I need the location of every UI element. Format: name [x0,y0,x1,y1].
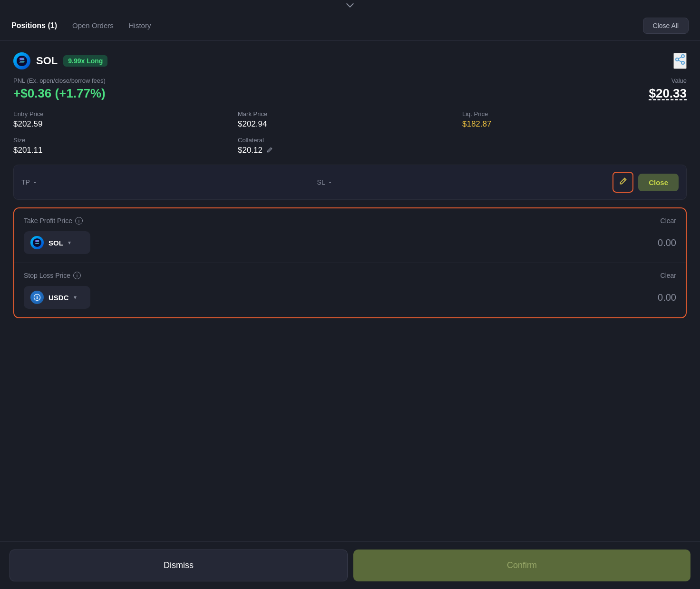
svg-line-4 [679,60,682,62]
position-header: SOL 9.99x Long [13,52,687,69]
stop-loss-token-name: USDC [49,294,69,302]
positions-title: Positions (1) [11,21,57,30]
svg-point-3 [681,61,684,64]
collateral-edit-icon[interactable] [266,147,273,155]
sl-section: SL - [317,178,613,186]
share-button[interactable] [673,53,687,69]
sl-label: SL [317,178,325,186]
main-content: SOL 9.99x Long PNL (Ex. open/close/borro… [0,41,700,541]
tp-label: TP [21,178,30,186]
stop-loss-title: Stop Loss Price i [24,272,81,279]
entry-price-value: $202.59 [13,119,238,129]
svg-point-1 [681,55,684,58]
bottom-buttons: Dismiss Confirm [0,541,700,589]
pnl-value: +$0.36 (+1.77%) [13,86,106,101]
entry-price-label: Entry Price [13,110,238,118]
token-name: SOL [36,55,58,67]
size-label: Size [13,137,238,144]
take-profit-token-selector[interactable]: SOL ▾ [24,231,90,254]
svg-text:$: $ [36,296,38,300]
collateral-stat: Collateral $20.12 [238,137,462,155]
entry-price-stat: Entry Price $202.59 [13,110,238,129]
size-stat: Size $201.11 [13,137,238,155]
tpsl-edit-button[interactable] [612,172,633,193]
pencil-icon [619,177,627,188]
liq-price-stat: Liq. Price $182.87 [462,110,687,129]
stop-loss-section: Stop Loss Price i Clear $ USDC ▾ [14,263,686,317]
confirm-button[interactable]: Confirm [353,550,690,581]
take-profit-info-icon[interactable]: i [75,217,83,225]
stop-loss-info-icon[interactable]: i [73,272,81,279]
sl-value: - [329,178,331,186]
take-profit-header: Take Profit Price i Clear [24,217,676,225]
mark-price-label: Mark Price [238,110,462,118]
take-profit-price-value[interactable]: 0.00 [658,237,676,248]
liq-price-label: Liq. Price [462,110,687,118]
take-profit-input-row: SOL ▾ 0.00 [24,231,676,254]
position-token: SOL 9.99x Long [13,52,107,69]
take-profit-title: Take Profit Price i [24,217,83,225]
stop-loss-price-value[interactable]: 0.00 [658,292,676,303]
pnl-row: PNL (Ex. open/close/borrow fees) +$0.36 … [13,77,687,101]
sol-selector-icon [30,236,44,249]
take-profit-section: Take Profit Price i Clear [14,208,686,263]
mark-price-value: $202.94 [238,119,462,129]
svg-point-2 [676,58,679,61]
stop-loss-chevron-icon: ▾ [74,294,77,301]
history-link[interactable]: History [129,21,151,29]
top-nav: Positions (1) Open Orders History Close … [0,10,700,41]
value-label: Value [649,77,687,84]
liq-price-value: $182.87 [462,119,687,129]
mark-price-stat: Mark Price $202.94 [238,110,462,129]
value-amount: $20.33 [649,86,687,101]
collateral-label: Collateral [238,137,462,144]
tpsl-row: TP - SL - Close [13,165,687,200]
svg-point-0 [17,56,27,66]
stop-loss-clear-button[interactable]: Clear [661,272,676,279]
dismiss-button[interactable]: Dismiss [10,550,348,581]
collateral-value: $20.12 [238,146,462,155]
scroll-indicator [0,0,700,10]
stop-loss-input-row: $ USDC ▾ 0.00 [24,286,676,309]
stats-grid: Entry Price $202.59 Mark Price $202.94 L… [13,110,687,155]
take-profit-token-name: SOL [49,239,63,247]
open-orders-link[interactable]: Open Orders [72,21,114,29]
pnl-section: PNL (Ex. open/close/borrow fees) +$0.36 … [13,77,106,101]
close-position-button[interactable]: Close [638,174,679,191]
sol-token-icon [13,52,30,69]
tp-value: - [34,178,36,186]
stop-loss-header: Stop Loss Price i Clear [24,272,676,279]
tp-section: TP - [21,178,317,186]
take-profit-clear-button[interactable]: Clear [661,217,676,225]
usdc-selector-icon: $ [30,291,44,304]
svg-point-6 [33,238,41,247]
stop-loss-token-selector[interactable]: $ USDC ▾ [24,286,90,309]
pnl-label: PNL (Ex. open/close/borrow fees) [13,77,106,84]
size-value: $201.11 [13,146,238,155]
tpsl-panel: Take Profit Price i Clear [13,207,687,318]
take-profit-chevron-icon: ▾ [68,239,71,246]
svg-line-5 [679,57,682,59]
close-all-button[interactable]: Close All [643,18,689,34]
leverage-badge: 9.99x Long [63,55,107,67]
value-section: Value $20.33 [649,77,687,101]
